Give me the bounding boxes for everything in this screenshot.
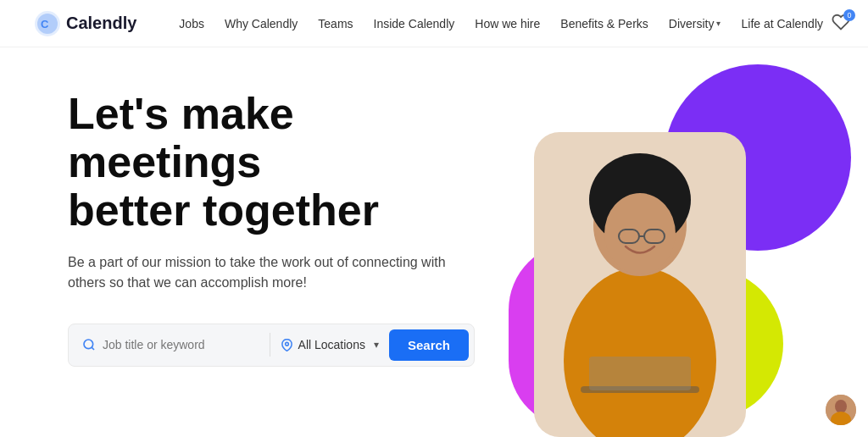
- main-content: Let's make meetings better together Be a…: [0, 47, 868, 437]
- search-icon: [82, 338, 96, 351]
- keyword-search-input[interactable]: [103, 338, 230, 351]
- hero-left: Let's make meetings better together Be a…: [0, 47, 509, 437]
- job-search-bar: All Locations ▾ Search: [68, 324, 475, 367]
- hero-person-image: [534, 107, 754, 437]
- location-dropdown[interactable]: All Locations ▾: [281, 338, 379, 351]
- location-chevron-icon: ▾: [374, 339, 379, 351]
- logo[interactable]: C Calendly: [34, 10, 136, 37]
- nav-how-we-hire[interactable]: How we hire: [466, 12, 548, 36]
- location-icon: [281, 339, 293, 351]
- nav-life-at-calendly[interactable]: Life at Calendly: [732, 12, 832, 36]
- search-button[interactable]: Search: [389, 329, 469, 361]
- hero-illustration: [509, 47, 868, 437]
- svg-rect-15: [589, 357, 691, 390]
- nav-why-calendly[interactable]: Why Calendly: [216, 12, 306, 36]
- nav-inside-calendly[interactable]: Inside Calendly: [365, 12, 464, 36]
- nav-diversity[interactable]: Diversity ▾: [660, 12, 730, 36]
- nav-jobs[interactable]: Jobs: [170, 12, 213, 36]
- nav-teams[interactable]: Teams: [309, 12, 361, 36]
- avatar-image: [826, 395, 856, 425]
- diversity-dropdown-arrow: ▾: [716, 19, 721, 28]
- svg-point-17: [835, 400, 847, 413]
- search-divider: [270, 333, 270, 357]
- location-label: All Locations: [298, 338, 365, 351]
- header-actions: 0: [832, 13, 850, 35]
- hero-title: Let's make meetings better together: [68, 90, 475, 235]
- saved-jobs-count: 0: [843, 9, 855, 21]
- svg-text:C: C: [41, 18, 49, 30]
- main-nav: Jobs Why Calendly Teams Inside Calendly …: [170, 12, 832, 36]
- svg-line-4: [92, 347, 94, 350]
- keyword-input-wrap: [82, 338, 259, 351]
- nav-benefits[interactable]: Benefits & Perks: [552, 12, 657, 36]
- header: C Calendly Jobs Why Calendly Teams Insid…: [0, 0, 868, 47]
- hero-subtitle: Be a part of our mission to take the wor…: [68, 252, 475, 293]
- svg-point-3: [84, 340, 93, 349]
- user-avatar[interactable]: [824, 393, 858, 427]
- calendly-logo-icon: C: [34, 10, 61, 37]
- svg-point-5: [285, 342, 288, 346]
- saved-jobs-button[interactable]: 0: [832, 13, 850, 35]
- logo-text: Calendly: [66, 14, 136, 33]
